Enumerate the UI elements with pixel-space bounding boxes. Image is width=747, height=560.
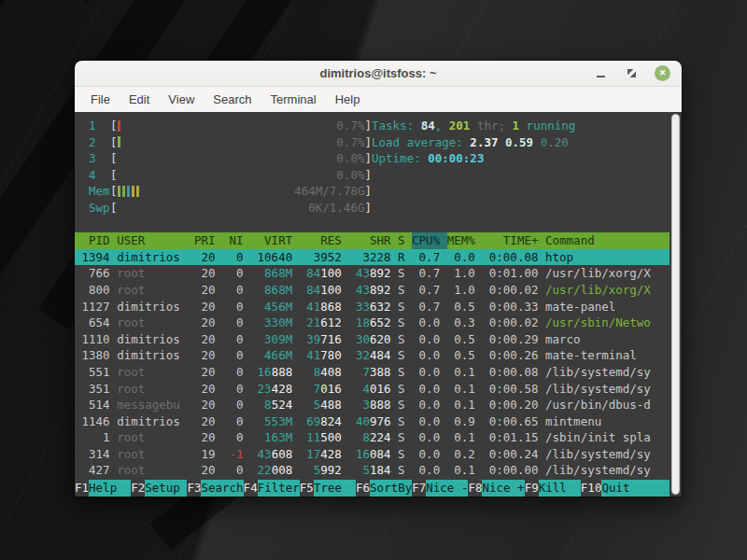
menu-view[interactable]: View [159,88,204,111]
fnbutton-sortby[interactable]: SortBy [370,480,412,497]
fnbutton-search[interactable]: Search [201,480,243,497]
cell-s: S [398,331,412,348]
meter-part: ] [364,134,372,151]
text-segment: , [435,119,449,133]
cell-time+: 0:00.08 [482,249,545,266]
cell-mem%: 0.9 [447,413,483,430]
cell-shr: 30620 [348,331,398,348]
text-segment: 0.7 [419,283,441,297]
column-header-command[interactable]: Command [545,232,669,249]
column-header-shr[interactable]: SHR [348,232,398,249]
process-row-1394[interactable]: 1394dimitrios2001064039523228R0.70.00:00… [75,249,669,266]
text-segment: 008 [272,463,293,477]
text-segment: S [398,398,405,412]
process-row-766[interactable]: 766root200868M8410043892S0.71.00:01.00/u… [75,265,669,282]
column-header-virt[interactable]: VIRT [250,232,300,249]
text-segment: /usr/sbin/Netwo [545,315,651,329]
column-header-pri[interactable]: PRI [194,232,222,249]
text-segment: 428 [320,447,342,461]
cell-mem%: 0.1 [447,381,483,398]
fnkey-f5: F5 [300,480,314,497]
process-row-1380[interactable]: 1380dimitrios200466M4178032484S0.00.50:0… [75,347,669,364]
text-segment: 1 [103,430,110,444]
text-segment: 21 [306,315,320,329]
fnkey-f2: F2 [131,480,145,497]
column-header-cpu%[interactable]: CPU% [412,232,447,249]
column-header-ni[interactable]: NI [222,232,250,249]
process-row-551[interactable]: 551root2001688884087388S0.00.10:00.08/li… [75,364,669,381]
menu-edit[interactable]: Edit [120,88,159,111]
close-button[interactable]: ✕ [655,65,670,81]
window-titlebar[interactable]: dimitrios@itsfoss: ~ ✕ [75,61,682,87]
meter-part: ] [364,118,372,134]
text-segment: 514 [89,398,110,412]
text-segment: 0.0 [419,414,441,428]
scrollbar-thumb[interactable] [671,114,680,495]
cell-s: S [398,364,412,381]
column-header-s[interactable]: S [398,232,412,249]
process-row-1[interactable]: 1root200163M115008224S0.00.10:01.15/sbin… [75,429,669,446]
fnbutton-tree[interactable]: Tree [314,480,356,497]
process-row-1110[interactable]: 1110dimitrios200309M3971630620S0.00.50:0… [75,331,669,348]
text-segment: 716 [320,332,342,346]
text-segment: 427 [89,463,110,477]
column-header-time+[interactable]: TIME+ [482,232,545,249]
process-row-654[interactable]: 654root200330M2161218652S0.00.30:00.02/u… [75,315,669,331]
minimize-button[interactable] [593,66,608,81]
text-segment: /usr/lib/xorg/X [545,283,651,297]
cell-mem%: 0.5 [447,347,483,364]
meter-value: 0.0% [336,167,364,184]
process-row-514[interactable]: 514messagebu200852454883888S0.00.10:00.2… [75,397,669,413]
cell-ni: 0 [222,397,250,413]
cell-s: S [398,315,412,331]
column-header-res[interactable]: RES [300,232,349,249]
column-header-user[interactable]: USER [117,232,194,249]
process-row-314[interactable]: 314root19-1436081742816084S0.00.20:00.24… [75,446,669,463]
text-segment: 466M [264,348,292,362]
htop-screen: 1[0.7%]2[0.7%]3[0.0%]4[0.0%]Mem[464M/7.7… [75,112,669,497]
fnbutton-setup[interactable]: Setup [145,480,187,497]
cell-cpu%: 0.0 [412,462,447,479]
column-header-pid[interactable]: PID [75,232,117,249]
cell-pid: 551 [75,364,117,381]
fnbutton-kill[interactable]: Kill [539,480,581,497]
menu-help[interactable]: Help [326,88,370,111]
process-row-427[interactable]: 427root2002200859925184S0.00.10:00.00/li… [75,462,669,479]
fnbutton-nice+[interactable]: Nice + [482,480,524,497]
process-row-1127[interactable]: 1127dimitrios200456M4186833632S0.70.50:0… [75,299,669,315]
cell-mem%: 0.5 [447,331,483,348]
process-row-800[interactable]: 800root200868M8410043892S0.71.00:00.02/u… [75,282,669,299]
restore-button[interactable] [624,66,639,81]
cell-shr: 32484 [348,347,398,364]
fnbutton-help[interactable]: Help [89,480,131,497]
cell-cpu%: 0.0 [412,381,447,398]
text-segment: 40 [356,414,370,428]
text-segment: 0:00.65 [489,414,539,428]
cell-mem%: 0.1 [447,397,483,413]
meter-1: 1[0.7%] [89,118,372,134]
process-row-1146[interactable]: 1146dimitrios200553M6982440976S0.00.90:0… [75,413,669,430]
menu-file[interactable]: File [81,88,120,111]
text-segment: /lib/systemd/sy [545,463,651,477]
cell-res: 8408 [300,364,349,381]
cell-pid: 766 [75,265,117,282]
text-segment: 016 [370,382,391,396]
cell-s: S [398,265,412,282]
cell-time+: 0:00.26 [482,347,545,364]
meter-value: 0.0% [336,150,364,167]
fnbutton-nice-[interactable]: Nice - [426,480,468,497]
menu-terminal[interactable]: Terminal [261,88,326,111]
cell-mem%: 0.1 [447,429,483,446]
text-segment: 892 [370,283,391,297]
text-segment: 0:00.20 [489,398,539,412]
cell-s: S [398,347,412,364]
process-row-351[interactable]: 351root2002342870164016S0.00.10:00.58/li… [75,381,669,398]
fnbutton-filter[interactable]: Filter [258,480,300,497]
cell-s: S [398,381,412,398]
text-segment: 16 [356,447,370,461]
fnkey-f9: F9 [525,480,539,497]
menu-search[interactable]: Search [204,88,261,111]
cell-command: /lib/systemd/sy [545,381,669,398]
fnbutton-quit[interactable]: Quit [601,480,669,497]
column-header-mem%[interactable]: MEM% [447,232,483,249]
